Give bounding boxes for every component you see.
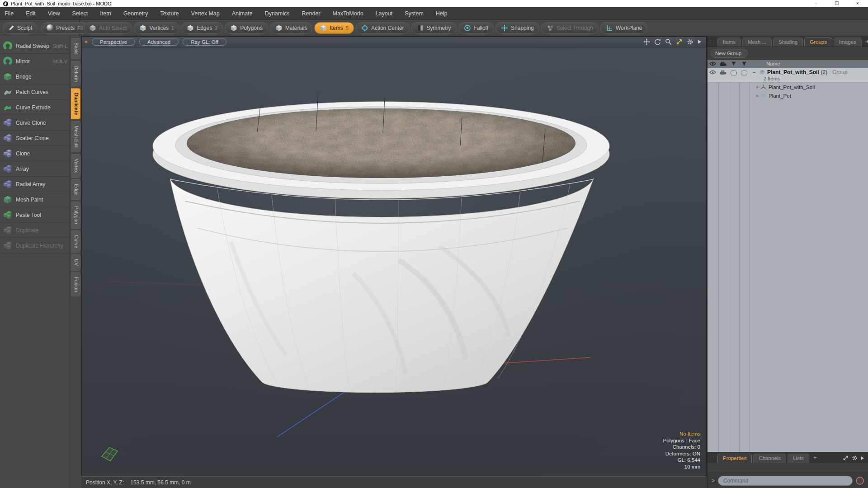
tool-bridge[interactable]: Bridge	[0, 69, 70, 84]
menu-layout[interactable]: Layout	[376, 10, 393, 17]
tab-items[interactable]: Items	[717, 38, 741, 47]
minimize-button[interactable]: –	[806, 0, 826, 7]
tab-polygon[interactable]: Polygon	[71, 202, 80, 229]
panel-corner-dot[interactable]	[710, 40, 714, 43]
tool-scatter-clone[interactable]: Scatter Clone	[0, 131, 70, 146]
snapping-button[interactable]: Snapping	[495, 22, 539, 34]
tool-clone[interactable]: Clone	[0, 146, 70, 161]
tool-duplicate-hierarchy[interactable]: Duplicate Hierarchy	[0, 238, 70, 253]
macro-record-button[interactable]	[856, 477, 864, 485]
tool-paste-tool[interactable]: Paste Tool	[0, 207, 70, 223]
filter-checkbox[interactable]	[728, 70, 739, 75]
tab-fusion[interactable]: Fusion	[71, 272, 80, 296]
polygons-mode-button[interactable]: Polygons	[225, 22, 268, 34]
viewport-canvas[interactable]	[82, 47, 707, 476]
add-tab-button[interactable]: +	[863, 37, 868, 47]
command-input[interactable]	[718, 476, 853, 486]
menu-vertex-map[interactable]: Vertex Map	[191, 10, 220, 17]
tab-channels[interactable]: Channels	[753, 454, 786, 463]
pan-icon[interactable]	[643, 38, 650, 45]
tree-item-plant-pot[interactable]: Plant_Pot	[708, 91, 868, 100]
render-column-camera-icon[interactable]	[718, 61, 728, 66]
action-center-button[interactable]: Action Center	[356, 22, 410, 34]
new-group-button[interactable]: New Group	[711, 49, 748, 58]
menu-file[interactable]: File	[5, 10, 14, 17]
tool-curve-extrude[interactable]: Curve Extrude	[0, 100, 70, 115]
menu-select[interactable]: Select	[72, 10, 88, 17]
menu-help[interactable]: Help	[436, 10, 448, 17]
edges-mode-button[interactable]: Edges 2	[181, 22, 223, 34]
select-through-button[interactable]: Select Through	[541, 22, 599, 34]
shading-mode-button[interactable]: Advanced	[139, 38, 179, 46]
zoom-icon[interactable]	[665, 38, 672, 45]
cube-icon	[187, 24, 194, 32]
settings-gear-icon[interactable]	[852, 455, 858, 461]
tab-properties[interactable]: Properties	[717, 454, 752, 463]
tab-lists[interactable]: Lists	[788, 454, 809, 463]
tool-radial-sweep[interactable]: Radial Sweep Shift-L	[0, 38, 70, 54]
tab-shading[interactable]: Shading	[773, 38, 803, 47]
tab-mesh-ops[interactable]: Mesh ...	[742, 38, 772, 47]
tab-edge[interactable]: Edge	[71, 179, 80, 200]
tool-curve-clone[interactable]: Curve Clone	[0, 115, 70, 131]
menu-item[interactable]: Item	[100, 10, 111, 17]
orbit-icon[interactable]	[654, 38, 661, 45]
visibility-column-eye-icon[interactable]	[708, 61, 718, 66]
tab-images[interactable]: Images	[834, 38, 862, 47]
raygl-button[interactable]: Ray GL: Off	[183, 38, 226, 46]
tab-uv[interactable]: UV	[71, 254, 80, 270]
tool-patch-curves[interactable]: Patch Curves	[0, 84, 70, 100]
collapse-expander[interactable]: −	[753, 70, 757, 75]
add-tab-button[interactable]: +	[811, 453, 820, 463]
group-row-plant-pot-with-soil[interactable]: − Plant_Pot_with_Soil (2) : Group 2 Item…	[708, 68, 868, 83]
menu-edit[interactable]: Edit	[26, 10, 36, 17]
vertices-mode-button[interactable]: Vertices 1	[134, 22, 179, 34]
tree-item-plant-pot-with-soil[interactable]: Plant_Pot_with_Soil	[708, 83, 868, 91]
render-camera-toggle[interactable]	[718, 70, 728, 75]
tab-vertex[interactable]: Vertex	[71, 154, 80, 177]
snapping-icon	[501, 24, 508, 32]
filter-column-icon[interactable]	[728, 61, 739, 66]
menu-texture[interactable]: Texture	[160, 10, 179, 17]
column-divider	[739, 68, 740, 452]
panel-corner-dot[interactable]	[710, 456, 714, 460]
sculpt-button[interactable]: Sculpt	[3, 22, 38, 34]
tab-groups[interactable]: Groups	[804, 38, 832, 47]
items-mode-button[interactable]: Items 5	[314, 22, 354, 34]
viewport-settings-gear-icon[interactable]	[687, 38, 693, 45]
view-mode-button[interactable]: Perspective	[92, 38, 135, 46]
tab-duplicate[interactable]: Duplicate	[71, 88, 80, 120]
auto-select-button[interactable]: Auto Select	[84, 22, 132, 34]
menu-dynamics[interactable]: Dynamics	[265, 10, 290, 17]
close-button[interactable]: ×	[847, 0, 868, 7]
tab-mesh-edit[interactable]: Mesh Edit	[71, 121, 80, 152]
menu-animate[interactable]: Animate	[232, 10, 253, 17]
tab-deform[interactable]: Deform	[71, 61, 80, 86]
filter2-column-icon[interactable]	[739, 61, 749, 66]
tab-basic[interactable]: Basic	[71, 38, 80, 59]
tool-radial-array[interactable]: Radial Array	[0, 177, 70, 192]
filter2-checkbox[interactable]	[739, 70, 749, 75]
menu-geometry[interactable]: Geometry	[123, 10, 148, 17]
viewport-more-arrow-icon[interactable]	[698, 39, 702, 44]
falloff-button[interactable]: Falloff	[458, 22, 494, 34]
menu-render[interactable]: Render	[302, 10, 321, 17]
viewport-3d[interactable]: Perspective Advanced Ray GL: Off No Item…	[81, 36, 707, 476]
tab-curve[interactable]: Curve	[71, 230, 80, 253]
visibility-eye-toggle[interactable]	[708, 70, 718, 75]
materials-mode-button[interactable]: Materials	[270, 22, 313, 34]
maximize-viewport-icon[interactable]	[676, 38, 683, 45]
menu-system[interactable]: System	[405, 10, 424, 17]
workplane-button[interactable]: WorkPlane	[600, 22, 647, 34]
tool-array[interactable]: Array	[0, 161, 70, 177]
tool-mirror[interactable]: Mirror Shift-V	[0, 54, 70, 69]
tool-mesh-paint[interactable]: Mesh Paint	[0, 192, 70, 207]
menu-view[interactable]: View	[48, 10, 60, 17]
expand-panel-icon[interactable]	[843, 455, 849, 461]
tool-duplicate[interactable]: Duplicate	[0, 223, 70, 238]
maximize-button[interactable]: ☐	[826, 0, 847, 7]
symmetry-button[interactable]: Symmetry	[411, 22, 457, 34]
panel-more-arrow-icon[interactable]	[861, 456, 864, 460]
menu-maxtomodo[interactable]: MaxToModo	[333, 10, 363, 17]
viewport-menu-dot[interactable]	[85, 40, 88, 43]
